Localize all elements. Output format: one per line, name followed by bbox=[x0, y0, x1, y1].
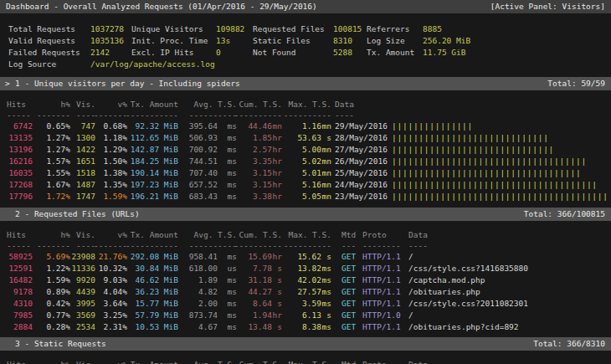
goaccess-terminal-screen: Dashboard - Overall Analyzed Requests (0… bbox=[0, 0, 611, 364]
visitors-percent: 1.29% bbox=[103, 144, 127, 156]
table-row[interactable]: 43100.42%39953.64%15.77 MiB2.00ms8.64s3.… bbox=[0, 298, 611, 310]
table-row[interactable]: 172681.67%14871.35%197.23 MiB657.52ms3.1… bbox=[0, 179, 611, 191]
col-header-hits: Hits bbox=[7, 99, 26, 110]
col-underline-vis: ---- bbox=[76, 240, 95, 252]
col-header-proto: Proto bbox=[362, 359, 387, 364]
avg-ts-value: 395.64 bbox=[189, 120, 218, 132]
table-row[interactable]: 131961.27%14221.29%142.87 MiB700.92ms2.5… bbox=[0, 144, 611, 156]
table-row[interactable]: 160351.55%15181.38%190.14 MiB707.40ms3.1… bbox=[0, 167, 611, 179]
panel-header-bar[interactable]: 2 - Requested Files (URLs) Total: 366/10… bbox=[0, 208, 611, 221]
panel-header-bar[interactable]: 3 - Static Requests Total: 366/8310 bbox=[0, 337, 611, 351]
table-row[interactable]: 79850.77%35693.25%57.79 MiB873.74ms1.94h… bbox=[0, 310, 611, 321]
table-row[interactable]: 589255.69%2390821.76%292.08 MiB958.41ms1… bbox=[0, 251, 611, 263]
summary-line: Total Requests1037278Unique Visitors1098… bbox=[0, 23, 611, 35]
max-ts-unit: ms bbox=[322, 263, 331, 274]
http-method: GET bbox=[341, 298, 356, 310]
avg-ts-unit: ms bbox=[228, 156, 237, 167]
visitors-value: 1747 bbox=[76, 191, 95, 203]
summary-label: Log Size bbox=[367, 35, 405, 47]
table-row[interactable]: 162161.57%16511.50%184.25 MiB744.51ms3.3… bbox=[0, 156, 611, 167]
col-header-mtd: Mtd bbox=[341, 229, 356, 241]
avg-ts-unit: ms bbox=[228, 286, 237, 298]
avg-ts-unit: ms bbox=[228, 298, 237, 310]
table-row[interactable]: 131351.27%13001.18%112.65 MiB506.93ms1.8… bbox=[0, 132, 611, 144]
cum-ts-unit: s bbox=[277, 286, 282, 298]
col-header-hpct: h% bbox=[61, 359, 70, 364]
col-underline-avg: ---------- bbox=[189, 240, 237, 252]
summary-label: Excl. IP Hits bbox=[131, 47, 193, 59]
col-header-vis: Vis. bbox=[76, 359, 95, 364]
cum-ts-value: 44.46 bbox=[248, 120, 272, 132]
summary-line: Failed Requests2142Excl. IP Hits0Not Fou… bbox=[0, 47, 611, 59]
col-header-vis: Vis. bbox=[76, 229, 95, 241]
col-header-max: Max. T.S. bbox=[289, 359, 331, 364]
avg-ts-value: 4.67 bbox=[198, 321, 218, 333]
hits-bar: ||||||||||||||| bbox=[392, 120, 473, 132]
col-underline-hpct: ------- bbox=[37, 110, 70, 121]
visitors-percent: 4.04% bbox=[103, 286, 127, 298]
summary-value: 256.20 MiB bbox=[423, 35, 470, 47]
summary-value: /var/log/apache/access.log bbox=[90, 59, 215, 70]
cum-ts-unit: hr bbox=[273, 144, 282, 156]
visitors-percent: 3.25% bbox=[103, 310, 127, 321]
summary-label: Init. Proc. Time bbox=[131, 35, 208, 47]
max-ts-unit: mn bbox=[322, 179, 331, 191]
col-header-data: Data bbox=[408, 229, 428, 241]
summary-label: Failed Requests bbox=[8, 47, 80, 59]
max-ts-unit: mn bbox=[322, 167, 331, 179]
hits-value: 7985 bbox=[13, 310, 33, 321]
tx-amount-value: 15.77 MiB bbox=[136, 298, 178, 310]
avg-ts-value: 618.00 bbox=[189, 263, 218, 274]
hits-percent: 1.27% bbox=[46, 144, 70, 156]
col-underline-vpct: ------- bbox=[94, 110, 127, 121]
table-row[interactable]: 67420.65%7470.68%92.32 MiB395.64ms44.46m… bbox=[0, 120, 611, 132]
avg-ts-unit: ms bbox=[228, 191, 237, 203]
hits-percent: 0.89% bbox=[46, 286, 70, 298]
max-ts-value: 6.13 bbox=[302, 310, 321, 321]
col-header-vpct: v% bbox=[118, 229, 127, 241]
cum-ts-value: 7.78 bbox=[253, 263, 272, 274]
max-ts-value: 5.02 bbox=[302, 156, 321, 167]
hits-percent: 0.65% bbox=[46, 120, 70, 132]
cum-ts-unit: hr bbox=[273, 167, 282, 179]
summary-line: Valid Requests1035136Init. Proc. Time13s… bbox=[0, 35, 611, 47]
hits-percent: 1.72% bbox=[46, 191, 70, 203]
hits-value: 16482 bbox=[8, 274, 33, 286]
hits-value: 17796 bbox=[8, 191, 33, 203]
col-underline-hpct: ------- bbox=[37, 240, 70, 252]
hits-percent: 1.55% bbox=[46, 167, 70, 179]
panel-header-bar[interactable]: > 1 - Unique visitors per day - Includin… bbox=[0, 77, 611, 90]
col-underline-data: ---- bbox=[335, 110, 354, 121]
hits-percent: 1.67% bbox=[46, 179, 70, 191]
summary-line: Log Source/var/log/apache/access.log bbox=[0, 59, 611, 70]
avg-ts-unit: ms bbox=[228, 120, 237, 132]
date-value: 26/May/2016 bbox=[335, 156, 388, 167]
visitors-value: 11336 bbox=[71, 263, 95, 274]
col-underline-max: ---------- bbox=[284, 240, 331, 252]
cum-ts-unit: hr bbox=[273, 310, 282, 321]
table-row[interactable]: 28840.28%25342.31%10.53 MiB4.67ms13.48s8… bbox=[0, 321, 611, 333]
visitors-value: 1300 bbox=[76, 132, 95, 144]
col-underline-cum: ---------- bbox=[234, 110, 282, 121]
max-ts-unit: ms bbox=[322, 274, 331, 286]
col-header-max: Max. T.S. bbox=[289, 229, 331, 241]
max-ts-unit: mn bbox=[322, 156, 331, 167]
summary-label: Unique Visitors bbox=[131, 23, 203, 35]
visitors-percent: 10.32% bbox=[99, 263, 127, 274]
date-value: 28/May/2016 bbox=[335, 132, 388, 144]
max-ts-unit: s bbox=[326, 310, 331, 321]
table-row[interactable]: 164821.59%99209.03%46.62 MiB1.89ms31.18s… bbox=[0, 274, 611, 286]
tx-amount-value: 184.25 MiB bbox=[131, 156, 178, 167]
col-header-tx: Tx. Amount bbox=[131, 229, 178, 241]
col-header-mtd: Mtd bbox=[341, 359, 356, 364]
http-protocol: HTTP/1.1 bbox=[362, 274, 401, 286]
table-row[interactable]: 125911.22%1133610.32%30.84 MiB618.00us7.… bbox=[0, 263, 611, 274]
table-row[interactable]: 91780.89%44394.04%36.23 MiB4.82ms44.27s2… bbox=[0, 286, 611, 298]
avg-ts-unit: ms bbox=[228, 251, 237, 263]
cum-ts-unit: s bbox=[277, 274, 282, 286]
hits-bar: |||||||||||||||||||||||||||||||||||| bbox=[392, 156, 587, 167]
table-row[interactable]: 177961.72%17471.59%196.21 MiB683.43ms3.3… bbox=[0, 191, 611, 203]
visitors-value: 3995 bbox=[76, 298, 95, 310]
tx-amount-value: 10.53 MiB bbox=[136, 321, 178, 333]
hits-percent: 1.27% bbox=[46, 132, 70, 144]
